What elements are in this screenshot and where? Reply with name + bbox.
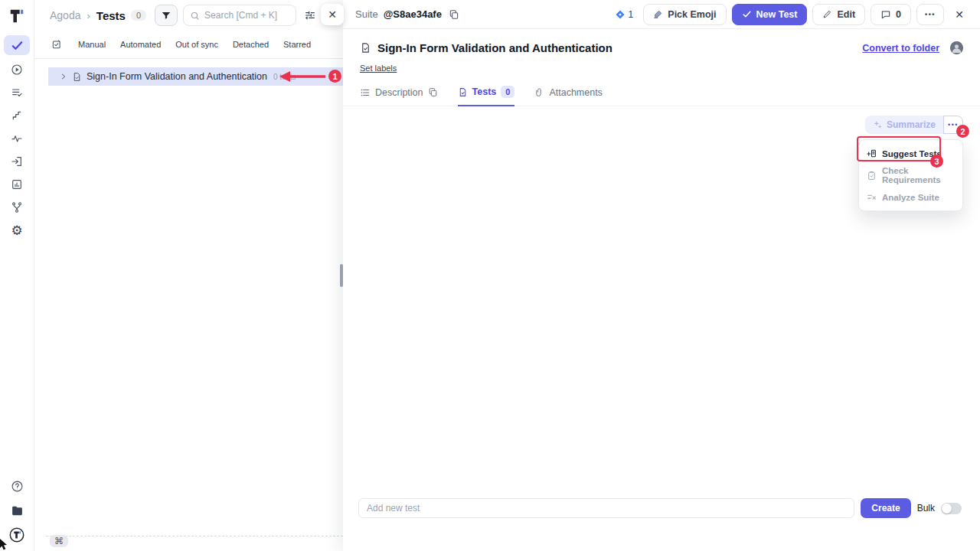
rail-bottom <box>5 478 28 543</box>
annotation-arrow-1 <box>279 69 328 84</box>
tab-tests[interactable]: Tests 0 <box>458 86 515 106</box>
new-test-label: New Test <box>756 9 798 20</box>
search-input[interactable] <box>204 10 289 21</box>
toggle-knob <box>942 504 952 514</box>
comments-button[interactable]: 0 <box>871 4 911 25</box>
suite-id: @S8ae34afe <box>384 8 442 20</box>
rail-tests-icon[interactable] <box>4 35 30 55</box>
rail-plans-icon[interactable] <box>5 84 28 101</box>
drawer-footer: Create Bulk <box>358 498 962 518</box>
view-settings-icon[interactable] <box>302 7 318 24</box>
pick-emoji-icon <box>653 9 663 19</box>
menu-item-analyze-suite[interactable]: Analyze Suite <box>859 188 962 206</box>
doc-icon <box>458 87 468 97</box>
user-avatar[interactable] <box>950 41 963 54</box>
set-labels-link[interactable]: Set labels <box>360 64 397 73</box>
copy-description-icon[interactable] <box>428 87 438 97</box>
drawer-header: Suite @S8ae34afe 1 Pick Emoji <box>343 0 980 29</box>
breadcrumb-separator: › <box>87 10 90 21</box>
rail-import-icon[interactable] <box>5 153 28 170</box>
more-dots-icon: ••• <box>925 11 936 18</box>
command-key-badge: ⌘ <box>50 535 68 547</box>
copy-suite-id-button[interactable] <box>447 8 461 21</box>
summarize-label: Summarize <box>887 119 936 130</box>
filter-button[interactable] <box>155 5 178 26</box>
app-root: ⚙ Agoda › Tests 0 <box>0 0 980 551</box>
tab-tests-label: Tests <box>472 86 497 97</box>
breadcrumb-section: Tests <box>96 9 126 22</box>
clipboard-check-icon <box>867 171 877 181</box>
sparkles-icon <box>873 120 883 130</box>
app-logo-icon[interactable] <box>7 6 27 26</box>
collapse-panel-button[interactable]: ✕ <box>321 4 344 25</box>
annotation-badge-2: 2 <box>956 125 969 138</box>
close-icon: ✕ <box>328 8 337 21</box>
suite-tree-label: Sign-In Form Validation and Authenticati… <box>87 71 267 82</box>
help-icon[interactable] <box>5 478 28 494</box>
projects-folder-icon[interactable] <box>5 502 28 519</box>
add-new-test-input[interactable] <box>358 498 854 518</box>
pick-emoji-button[interactable]: Pick Emoji <box>643 4 726 25</box>
summarize-control: Summarize ••• <box>865 116 963 134</box>
edit-label: Edit <box>837 9 855 20</box>
drawer-tabs: Description Tests 0 Attachments <box>343 86 980 106</box>
gem-count: 1 <box>629 9 634 20</box>
tab-description[interactable]: Description <box>360 86 438 106</box>
tree-filters-bar: Manual Automated Out of sync Detached St… <box>34 31 343 59</box>
breadcrumb-project[interactable]: Agoda <box>50 9 80 21</box>
filter-detached[interactable]: Detached <box>233 40 269 49</box>
annotation-badge-3: 3 <box>930 155 943 168</box>
bulk-toggle[interactable] <box>941 503 962 514</box>
convert-to-folder-link[interactable]: Convert to folder <box>862 43 939 54</box>
rail-steps-icon[interactable] <box>5 107 28 124</box>
tests-tree-panel: Agoda › Tests 0 Manual <box>34 0 343 551</box>
rail-pulse-icon[interactable] <box>5 130 28 147</box>
new-test-button[interactable]: New Test <box>732 4 808 25</box>
header-more-button[interactable]: ••• <box>916 4 944 25</box>
check-icon <box>742 9 752 19</box>
suite-details-drawer: Suite @S8ae34afe 1 Pick Emoji <box>343 0 980 551</box>
filter-automated[interactable]: Automated <box>120 40 161 49</box>
comment-icon <box>880 9 891 20</box>
suite-doc-icon <box>72 72 82 82</box>
chevron-right-icon[interactable] <box>60 73 67 80</box>
summarize-button[interactable]: Summarize <box>865 116 943 134</box>
edit-button[interactable]: Edit <box>812 4 865 25</box>
analyze-suite-icon <box>867 192 877 202</box>
create-test-button[interactable]: Create <box>861 498 910 518</box>
rail-nav: ⚙ <box>4 35 30 239</box>
comments-count: 0 <box>896 9 901 20</box>
suggest-tests-icon <box>867 148 877 158</box>
tab-attachments-label: Attachments <box>549 87 602 98</box>
bulk-select-icon[interactable] <box>51 39 62 50</box>
suite-label: Suite <box>355 8 378 20</box>
tests-count-badge: 0 <box>131 10 146 21</box>
menu-analyze-label: Analyze Suite <box>882 193 939 202</box>
filter-manual[interactable]: Manual <box>78 40 106 49</box>
close-drawer-button[interactable]: ✕ <box>949 5 969 24</box>
gem-icon <box>615 9 626 20</box>
rail-runs-icon[interactable] <box>5 61 28 78</box>
bulk-label: Bulk <box>917 503 935 514</box>
ai-actions-menu: Suggest Tests Check Requirements Analyze… <box>858 139 963 211</box>
rail-reports-icon[interactable] <box>5 176 28 193</box>
search-icon <box>190 11 200 21</box>
list-icon <box>360 87 371 98</box>
pick-emoji-label: Pick Emoji <box>668 9 716 20</box>
filter-out-of-sync[interactable]: Out of sync <box>175 40 218 49</box>
panel-resize-handle[interactable] <box>340 264 343 287</box>
tab-attachments[interactable]: Attachments <box>534 86 602 106</box>
suite-title: Sign-In Form Validation and Authenticati… <box>377 41 612 54</box>
filter-starred[interactable]: Starred <box>283 40 311 49</box>
menu-item-check-requirements[interactable]: Check Requirements <box>859 162 962 188</box>
mouse-cursor <box>0 539 9 551</box>
gem-counter: 1 <box>615 9 634 20</box>
annotation-badge-1: 1 <box>328 70 341 83</box>
search-box <box>183 5 296 26</box>
menu-item-suggest-tests[interactable]: Suggest Tests <box>859 145 962 162</box>
tree-topbar: Agoda › Tests 0 <box>34 0 343 31</box>
rail-branches-icon[interactable] <box>5 199 28 216</box>
rail-settings-icon[interactable]: ⚙ <box>5 222 28 239</box>
tab-tests-count-badge: 0 <box>501 86 514 98</box>
menu-check-label: Check Requirements <box>882 166 955 184</box>
